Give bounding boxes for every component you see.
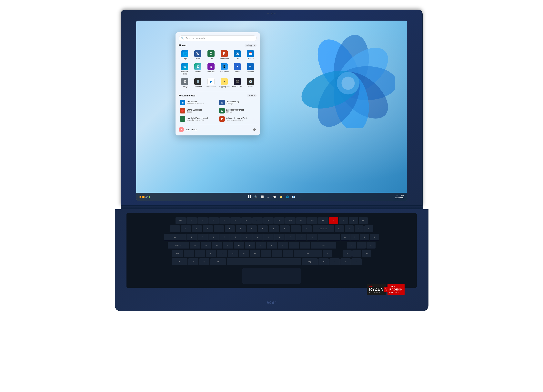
taskbar-widgets[interactable]: ☰	[266, 194, 271, 200]
key-num-8[interactable]: 8	[360, 234, 369, 241]
key-j[interactable]: J	[256, 242, 266, 249]
key-backslash[interactable]: \	[318, 234, 340, 241]
key-8[interactable]: 8	[258, 225, 268, 232]
app-whiteboard[interactable]: ▶ Whiteboard	[205, 77, 217, 89]
taskbar-mail[interactable]: 📧	[291, 194, 296, 200]
key-num-9[interactable]: 9	[370, 234, 379, 241]
key-capslock[interactable]: caps lock	[168, 242, 189, 249]
key-f1[interactable]: F1	[187, 217, 197, 224]
key-enter[interactable]: enter	[311, 242, 336, 249]
key-f6[interactable]: F6	[241, 217, 252, 224]
app-todo[interactable]: ✓ To Do	[231, 62, 243, 76]
key-4[interactable]: 4	[214, 225, 224, 232]
app-onenote[interactable]: N OneNote	[205, 62, 217, 76]
key-win[interactable]: ⊞	[199, 258, 209, 265]
key-p[interactable]: P	[285, 234, 295, 241]
key-backtick[interactable]: `	[170, 225, 180, 232]
key-num-dot[interactable]: .	[352, 250, 362, 257]
app-store[interactable]: 🛍 Microsoft Store	[179, 62, 191, 76]
key-n[interactable]: N	[239, 250, 249, 257]
key-fn-key[interactable]: fn	[188, 258, 198, 265]
rec-travel[interactable]: W Travel Itinerary 17m ago	[218, 99, 257, 106]
key-x[interactable]: X	[195, 250, 205, 257]
app-word[interactable]: W Word	[192, 49, 204, 61]
key-f11[interactable]: F11	[296, 217, 306, 224]
key-fn-enter[interactable]: ent	[359, 217, 368, 224]
rec-brand[interactable]: 🔴 Brand Guidelines 2h ago	[179, 107, 217, 114]
key-k[interactable]: K	[267, 242, 277, 249]
key-f12[interactable]: F12	[307, 217, 317, 224]
key-5[interactable]: 5	[225, 225, 235, 232]
key-arrow-right[interactable]: →	[351, 258, 362, 265]
key-num-1[interactable]: 1	[347, 242, 356, 249]
key-arrow-up[interactable]: ↑	[323, 250, 332, 257]
tray-up-icon[interactable]: 🔼	[139, 196, 141, 198]
taskbar-explorer[interactable]: 📁	[278, 194, 284, 200]
key-f10[interactable]: F10	[285, 217, 295, 224]
key-3[interactable]: 3	[203, 225, 213, 232]
key-f[interactable]: F	[223, 242, 233, 249]
key-num-enter[interactable]: ent	[362, 250, 371, 257]
key-arrow-down[interactable]: ↓	[340, 258, 351, 265]
key-num-2[interactable]: 2	[357, 242, 366, 249]
taskbar-task-view[interactable]: ⬜	[260, 194, 265, 200]
key-a[interactable]: A	[190, 242, 200, 249]
key-fn1[interactable]: 1	[329, 217, 338, 224]
key-i[interactable]: I	[263, 234, 274, 241]
key-t[interactable]: T	[230, 234, 241, 241]
rec-payroll[interactable]: X Quarterly Payroll Report Yesterday at …	[179, 115, 217, 123]
rec-adatum[interactable]: P Adatum Company Profile Yesterday at 5:…	[218, 115, 257, 123]
key-shift-right[interactable]: shift	[294, 250, 322, 257]
key-fn3[interactable]: 3	[349, 217, 358, 224]
key-slash[interactable]: /	[283, 250, 293, 257]
key-semicolon[interactable]: ;	[289, 242, 299, 249]
app-photos[interactable]: 🖼 Photos	[192, 62, 204, 76]
key-f8[interactable]: F8	[263, 217, 274, 224]
key-m[interactable]: M	[250, 250, 260, 257]
key-num-6[interactable]: 6	[364, 225, 373, 232]
key-esc[interactable]: esc	[175, 217, 186, 224]
app-excel[interactable]: X Excel	[205, 49, 217, 61]
key-fn2[interactable]: 2	[339, 217, 348, 224]
key-del[interactable]: del	[318, 217, 328, 224]
key-f5[interactable]: F5	[230, 217, 241, 224]
app-snipping[interactable]: ✂ Snipping Tool	[218, 77, 230, 89]
key-f3[interactable]: F3	[209, 217, 219, 224]
key-space[interactable]	[227, 258, 301, 265]
app-clock[interactable]: 🕐 Clock	[244, 77, 257, 89]
key-o[interactable]: O	[274, 234, 284, 241]
key-minus[interactable]: -	[291, 225, 301, 232]
key-b[interactable]: B	[228, 250, 238, 257]
rec-get-started[interactable]: ⊞ Get Started Welcome to Windows	[179, 99, 217, 106]
all-apps-button[interactable]: All apps ›	[244, 44, 257, 47]
key-7[interactable]: 7	[247, 225, 257, 232]
key-1[interactable]: 1	[181, 225, 191, 232]
user-info[interactable]: S Sara Philips	[179, 127, 197, 132]
taskbar-clock[interactable]: 11:11 AM 10/20/2021	[395, 194, 404, 199]
app-calendar[interactable]: 📅 Calendar	[244, 49, 257, 61]
key-num-7[interactable]: 7	[351, 234, 359, 241]
key-alt-left[interactable]: alt	[210, 258, 226, 265]
key-u[interactable]: U	[252, 234, 263, 241]
battery-icon[interactable]: 🔋	[148, 196, 151, 198]
key-f7[interactable]: F7	[252, 217, 263, 224]
taskbar-search[interactable]: 🔍	[253, 194, 259, 200]
volume-icon[interactable]: 🔊	[145, 196, 148, 198]
key-f4[interactable]: F4	[220, 217, 230, 224]
key-backspace[interactable]: backspace	[313, 225, 334, 232]
key-d[interactable]: D	[212, 242, 222, 249]
key-num-del[interactable]: del	[341, 234, 350, 241]
key-num-5[interactable]: 5	[355, 225, 364, 232]
taskbar-edge[interactable]: 🌐	[284, 194, 290, 200]
key-0[interactable]: 0	[280, 225, 290, 232]
key-ctrl-right[interactable]: ctrl	[318, 258, 329, 265]
key-quote[interactable]: '	[300, 242, 310, 249]
key-h[interactable]: H	[245, 242, 255, 249]
key-c[interactable]: C	[206, 250, 216, 257]
touchpad[interactable]	[242, 268, 301, 284]
key-r[interactable]: R	[220, 234, 230, 241]
key-f9[interactable]: F9	[274, 217, 284, 224]
rec-expense[interactable]: X Expense Worksheet 12h ago	[218, 107, 257, 114]
app-linkedin[interactable]: in LinkedIn	[244, 62, 257, 76]
key-s[interactable]: S	[201, 242, 211, 249]
